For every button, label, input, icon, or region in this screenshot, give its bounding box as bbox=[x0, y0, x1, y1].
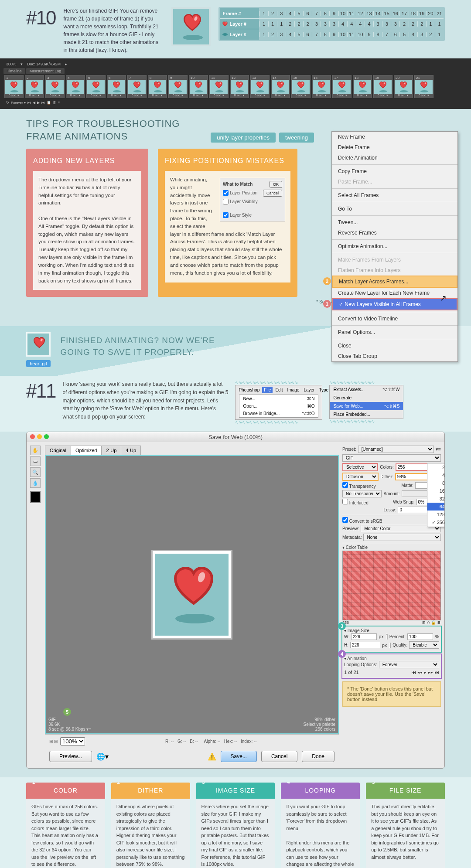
card-file-size: 5FILE SIZEThis part isn't directly edita… bbox=[366, 783, 445, 868]
menu-item[interactable]: Tween... bbox=[332, 217, 457, 228]
match-dialog: What to MatchOK Layer PositionCancel Lay… bbox=[220, 178, 285, 222]
colors-dropdown[interactable]: 248163264128✓ 256 bbox=[427, 463, 445, 527]
height-input[interactable] bbox=[350, 642, 380, 648]
step-10-text: Here's our finished GIF! You can remove … bbox=[63, 7, 164, 54]
timeline-frame[interactable]: 100 sec. ▾ bbox=[189, 75, 208, 98]
timeline-frame[interactable]: 70 sec. ▾ bbox=[127, 75, 147, 98]
frame-layer-table: Frame #123456789101112131415161718192021… bbox=[218, 7, 445, 41]
tag-unify[interactable]: unify layer properties bbox=[211, 133, 276, 143]
timeline-frame[interactable]: 150 sec. ▾ bbox=[291, 75, 311, 98]
color-table[interactable] bbox=[342, 551, 441, 620]
tag-tweening[interactable]: tweening bbox=[279, 133, 314, 143]
match-cancel-button[interactable]: Cancel bbox=[263, 190, 282, 197]
menu-item[interactable]: Convert to Video Timeline bbox=[332, 313, 457, 324]
menu-create-new-layer-each-frame[interactable]: Create New Layer for Each New Frame bbox=[332, 288, 457, 298]
menu-item[interactable]: Reverse Frames bbox=[332, 228, 457, 238]
heart-icon bbox=[183, 14, 202, 31]
metadata-select[interactable]: None bbox=[363, 534, 441, 541]
step-11-text: I know 'saving your work' seems really b… bbox=[62, 380, 228, 421]
interlaced-checkbox[interactable] bbox=[342, 499, 348, 504]
zoom-select[interactable]: 100% bbox=[60, 737, 85, 745]
slice-tool-icon[interactable]: ▭ bbox=[30, 456, 41, 466]
save-for-web-dialog: Save for Web (100%) ✋ ▭ 🔍 💧 Original Opt… bbox=[26, 432, 445, 769]
timeline-frame[interactable]: 80 sec. ▾ bbox=[148, 75, 167, 98]
timeline-frame[interactable]: 180 sec. ▾ bbox=[353, 75, 372, 98]
photoshop-timeline-panel: 300%▾ Doc: 149.6K/4.42M▸ Timeline Measur… bbox=[0, 58, 471, 109]
convert-srgb-checkbox[interactable] bbox=[342, 517, 348, 523]
menu-match-layer-across-frames[interactable]: 2Match Layer Across Frames... bbox=[332, 276, 457, 288]
fixing-positioning-card: FIXING POSITIONING MISTAKES What to Matc… bbox=[158, 149, 297, 297]
cancel-button[interactable]: Cancel bbox=[261, 751, 297, 762]
eyedropper-tool-icon[interactable]: 💧 bbox=[30, 478, 41, 488]
timeline-frame[interactable]: 10 sec. ▾ bbox=[4, 75, 24, 98]
finished-animating-title: FINISHED ANIMATING? NOW WE'RE GOING TO S… bbox=[60, 335, 215, 358]
menu-item[interactable]: Go To bbox=[332, 204, 457, 214]
menu-new-layers-visible-all-frames[interactable]: 1✓ New Layers Visible in All Frames bbox=[332, 298, 457, 310]
tips-title: TIPS FOR TROUBLESHOOTING FRAME ANIMATION… bbox=[26, 118, 180, 143]
preview-button[interactable]: Preview... bbox=[49, 751, 92, 762]
width-input[interactable] bbox=[351, 633, 377, 640]
dither-method-select[interactable]: Diffusion bbox=[342, 473, 379, 481]
menu-item[interactable]: Delete Animation bbox=[332, 153, 457, 163]
menu-item[interactable]: Select All Frames bbox=[332, 190, 457, 201]
timeline-frame[interactable]: 90 sec. ▾ bbox=[168, 75, 188, 98]
timeline-frame[interactable]: 160 sec. ▾ bbox=[312, 75, 331, 98]
format-select[interactable]: GIF bbox=[342, 454, 441, 462]
colors-input[interactable] bbox=[396, 463, 431, 471]
timeline-frame[interactable]: 60 sec. ▾ bbox=[107, 75, 126, 98]
timeline-tab[interactable]: Timeline bbox=[3, 68, 25, 74]
menu-item[interactable]: Delete Frame bbox=[332, 142, 457, 153]
menu-item[interactable]: Optimize Animation... bbox=[332, 241, 457, 252]
timeline-frame[interactable]: 30 sec. ▾ bbox=[45, 75, 65, 98]
animation-playback-controls[interactable]: ⏮ ◀◀ ▶ ▶▶ ⏭ bbox=[411, 670, 439, 675]
timeline-frame[interactable]: 130 sec. ▾ bbox=[250, 75, 270, 98]
transparency-dither-select[interactable]: No Transparency Dit... bbox=[342, 490, 382, 497]
zoom-tool-icon[interactable]: 🔍 bbox=[30, 467, 41, 477]
dither-input[interactable] bbox=[395, 473, 431, 480]
tab-4up[interactable]: 4-Up bbox=[121, 446, 141, 455]
timeline-frame[interactable]: 140 sec. ▾ bbox=[271, 75, 290, 98]
adding-layers-card: ADDING NEW LAYERS The dropdown menu at t… bbox=[26, 149, 148, 297]
match-ok-button[interactable]: OK bbox=[270, 181, 282, 188]
preset-select[interactable]: [Unnamed] bbox=[358, 446, 434, 453]
step-number-10: #10 bbox=[26, 7, 55, 29]
measurement-log-tab[interactable]: Measurement Log bbox=[26, 68, 65, 74]
timeline-frame[interactable]: 200 sec. ▾ bbox=[394, 75, 413, 98]
menu-item: Paste Frame... bbox=[332, 177, 457, 187]
sfw-tools: ✋ ▭ 🔍 💧 bbox=[30, 446, 41, 765]
save-button[interactable]: Save... bbox=[221, 751, 257, 762]
card-image-size: 3IMAGE SIZEHere's where you set the imag… bbox=[196, 783, 275, 868]
warning-icon: ⚠️ bbox=[208, 752, 216, 761]
quality-select[interactable]: Bicubic bbox=[409, 641, 439, 649]
file-submenu: Extract Assets...⌥⇧⌘WGenerateSave for We… bbox=[329, 385, 403, 419]
timeline-frame[interactable]: 210 sec. ▾ bbox=[414, 75, 433, 98]
percent-input[interactable] bbox=[407, 633, 433, 640]
looping-select[interactable]: Forever bbox=[379, 661, 439, 668]
color-swatch[interactable] bbox=[30, 491, 41, 503]
card-looping: 4LOOPINGIf you want your GIF to loop sea… bbox=[281, 783, 360, 868]
menu-item[interactable]: New Frame bbox=[332, 132, 457, 142]
timeline-frame[interactable]: 190 sec. ▾ bbox=[373, 75, 392, 98]
done-button[interactable]: Done bbox=[302, 751, 334, 762]
color-reduction-select[interactable]: Selective bbox=[342, 463, 378, 471]
timeline-frame[interactable]: 120 sec. ▾ bbox=[230, 75, 249, 98]
tab-original[interactable]: Original bbox=[45, 446, 71, 455]
tab-optimized[interactable]: Optimized bbox=[71, 446, 102, 455]
card-dither: 2DITHERDithering is where pixels of exis… bbox=[111, 783, 190, 868]
heart-shadow bbox=[183, 35, 203, 40]
menu-item: Make Frames From Layers bbox=[332, 255, 457, 265]
menu-item[interactable]: Copy Frame bbox=[332, 166, 457, 177]
photoshop-menubar: PhotoshopFileEditImageLayerTypeSelectFil… bbox=[235, 385, 322, 420]
timeline-frame[interactable]: 20 sec. ▾ bbox=[25, 75, 44, 98]
card-color: 1COLORGIFs have a max of 256 colors. But… bbox=[26, 783, 105, 868]
timeline-frame[interactable]: 110 sec. ▾ bbox=[209, 75, 229, 98]
heart-icon bbox=[172, 567, 215, 606]
heart-preview-card bbox=[171, 7, 211, 46]
sfw-canvas: GIF 36.6K 8 sec @ 56.6 Kbps ▾≡ 5 98% dit… bbox=[45, 455, 339, 734]
transparency-checkbox[interactable] bbox=[342, 482, 348, 488]
timeline-frame[interactable]: 40 sec. ▾ bbox=[66, 75, 85, 98]
timeline-frame[interactable]: 170 sec. ▾ bbox=[332, 75, 352, 98]
timeline-frame[interactable]: 50 sec. ▾ bbox=[86, 75, 106, 98]
tab-2up[interactable]: 2-Up bbox=[101, 446, 121, 455]
hand-tool-icon[interactable]: ✋ bbox=[30, 446, 41, 455]
